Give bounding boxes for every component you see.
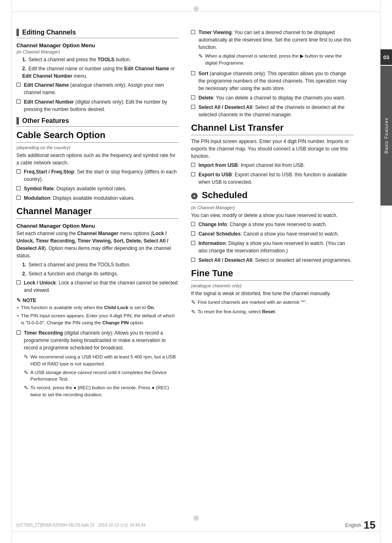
bullet-icon — [191, 241, 195, 245]
bullet-icon — [191, 71, 195, 75]
scheduled-italic: (in Channel Manager) — [191, 205, 353, 210]
cable-search-italic: (depending on the country) — [16, 145, 179, 150]
cable-search-title: Cable Search Option — [16, 130, 179, 143]
fine-tune-desc: If the signal is weak or distorted, fine… — [191, 290, 353, 297]
pencil-icon: ✎ — [24, 354, 28, 361]
cancel-schedules-bullet: Cancel Schedules: Cancel a show you have… — [191, 230, 353, 238]
main-content: Editing Channels Channel Manager Option … — [0, 16, 366, 527]
cm-step-1: 1. Select a channel and press the TOOLS … — [22, 261, 179, 268]
left-border — [12, 0, 12, 543]
bullet-icon — [191, 163, 195, 167]
file-info: [UC7000_ZT]BN68-02590H-06L03.indb 15 201… — [16, 522, 145, 528]
bullet-icon — [16, 196, 21, 200]
editing-channels-header: Editing Channels — [16, 29, 179, 38]
bullet-icon — [191, 231, 195, 236]
channel-manager-option-menu-title: Channel Manager Option Menu — [16, 42, 179, 49]
channel-manager-italic: (in Channel Manager) — [16, 49, 179, 54]
modulation-bullet: Modulation: Displays available modulatio… — [16, 194, 179, 202]
left-column: Editing Channels Channel Manager Option … — [16, 29, 179, 514]
note-block: ✎ NOTE • This function is available only… — [16, 297, 179, 326]
bullet-icon — [191, 172, 195, 176]
select-all-bullet: Select All / Deselect All: Select all th… — [191, 104, 353, 118]
channel-list-title: Channel List Transfer — [191, 122, 353, 135]
edit-channel-number-bullet: Edit Channel Number (digital channels on… — [16, 98, 179, 113]
bullet-icon — [191, 258, 195, 262]
bullet-icon — [191, 95, 195, 99]
scheduled-title: ● Scheduled — [191, 190, 353, 203]
pencil-icon: ✎ — [16, 297, 21, 303]
channel-manager-option-title: Channel Manager Option Menu — [16, 223, 179, 229]
lock-unlock-bullet: Lock / Unlock: Lock a channel so that th… — [16, 279, 179, 294]
page-number-area: English 15 — [345, 519, 376, 531]
change-info-bullet: Change Info: Change a show you have rese… — [191, 221, 353, 228]
pencil-icon: ✎ — [198, 53, 203, 60]
timer-recording-bullet: Timer Recording (digital channels only):… — [16, 329, 179, 351]
bottom-bar: [UC7000_ZT]BN68-02590H-06L03.indb 15 201… — [0, 519, 392, 531]
other-features-title: Other Features — [22, 117, 69, 125]
bullet-icon — [191, 105, 195, 109]
fine-tune-title: Fine Tune — [191, 268, 353, 281]
language-label: English — [345, 522, 361, 528]
editing-channels-title: Editing Channels — [22, 29, 76, 36]
sort-bullet: Sort (analogue channels only): This oper… — [191, 70, 353, 92]
step-1: 1. Select a channel and press the TOOLS … — [22, 56, 179, 63]
symbol-rate-bullet: Symbol Rate: Displays available symbol r… — [16, 185, 179, 192]
import-from-usb-bullet: Import from USB: Import channel list fro… — [191, 162, 353, 169]
page-number: 15 — [364, 519, 376, 531]
side-tab: Basic Features — [380, 66, 392, 206]
bullet-icon — [191, 30, 195, 34]
pencil-icon: ✎ — [24, 369, 28, 377]
timer-note-3: ✎ To record, press the ● (REC) button on… — [24, 384, 179, 398]
note-item-2: • The PIN input screen appears. Enter yo… — [17, 312, 179, 326]
section-bar — [16, 29, 19, 36]
other-features-header: Other Features — [16, 117, 179, 127]
channel-list-desc: The PIN input screen appears. Enter your… — [191, 138, 353, 160]
section-bar — [16, 117, 19, 125]
note-item-1: • This function is available only when t… — [17, 304, 179, 311]
fine-tune-note-2: ✎ To reset the fine-tuning, select Reset… — [191, 308, 353, 316]
pencil-icon: ✎ — [191, 299, 196, 307]
bullet-icon — [16, 280, 21, 284]
scheduled-desc: You can view, modify or delete a show yo… — [191, 212, 353, 219]
timer-viewing-bullet: Timer Viewing: You can set a desired cha… — [191, 29, 353, 68]
bullet-icon — [16, 83, 21, 87]
freq-start-bullet: Freq.Start / Freq.Stop: Set the start or… — [16, 168, 179, 183]
channel-manager-title: Channel Manager — [16, 206, 179, 219]
delete-bullet: Delete: You can delete a channel to disp… — [191, 94, 353, 102]
timer-note-2: ✎ A USB storage device cannot record unt… — [24, 369, 179, 383]
edit-channel-name-bullet: Edit Channel Name (analogue channels onl… — [16, 81, 179, 96]
pencil-icon: ✎ — [191, 308, 196, 316]
side-tab-label: Basic Features — [384, 118, 389, 153]
bullet-icon — [16, 330, 21, 335]
fine-tune-note-1: ✎ Fine tuned channels are marked with an… — [191, 299, 353, 307]
scheduled-circle-icon: ● — [191, 193, 198, 199]
channel-manager-desc: Set each channel using the Channel Manag… — [16, 230, 179, 259]
bullet-icon — [191, 222, 195, 226]
export-to-usb-bullet: Export to USB: Export channel list to US… — [191, 171, 353, 186]
bullet-icon — [16, 186, 21, 190]
fine-tune-italic: (analogue channels only) — [191, 283, 353, 288]
side-tab-number: 03 — [380, 49, 392, 65]
note-title: ✎ NOTE — [16, 297, 179, 303]
select-all-scheduled-bullet: Select All / Deselect All: Select or des… — [191, 256, 353, 264]
right-column: Timer Viewing: You can set a desired cha… — [191, 29, 353, 514]
bullet-icon — [16, 99, 21, 104]
cable-search-desc: Sets additional search options such as t… — [16, 152, 179, 166]
cm-step-2: 2. Select a function and change its sett… — [22, 270, 179, 277]
bullet-icon — [16, 169, 21, 173]
timer-note-1: ✎ We recommend using a USB HDD with at l… — [24, 354, 179, 367]
pencil-icon: ✎ — [24, 384, 28, 392]
timer-viewing-note: ✎ When a digital channel is selected, pr… — [198, 53, 353, 66]
information-bullet: Information: Display a show you have res… — [191, 240, 353, 254]
compass-top-icon: ⊕ — [193, 4, 199, 13]
step-2: 2. Edit the channel name or number using… — [22, 65, 179, 80]
